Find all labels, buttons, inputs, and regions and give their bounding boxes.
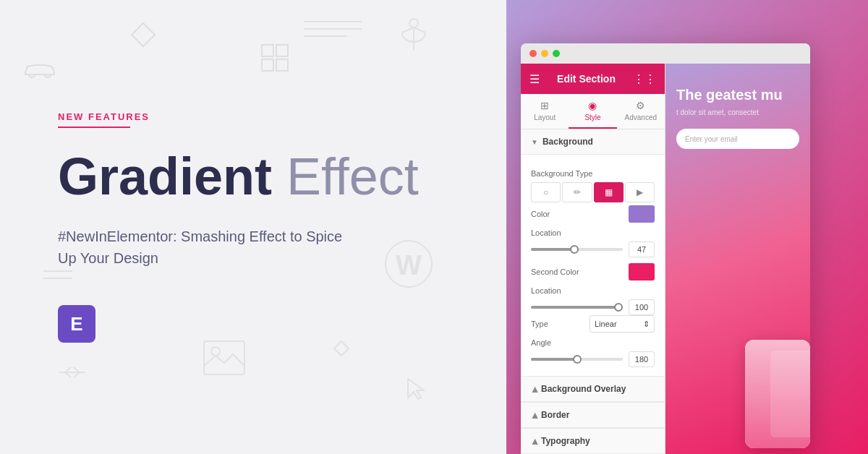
preview-subtext: t dolor sit amet, consectet xyxy=(665,108,810,118)
angle-slider-thumb[interactable] xyxy=(573,355,582,364)
type-value: Linear xyxy=(595,320,617,328)
bg-type-classic[interactable]: ✏ xyxy=(562,182,592,202)
border-section: ▶ Border xyxy=(521,402,665,428)
panel-header: ☰ Edit Section ⋮⋮ xyxy=(521,64,665,94)
layout-tab-icon: ⊞ xyxy=(540,100,549,111)
typography-label: Typography xyxy=(541,436,590,446)
second-location-value: 100 xyxy=(629,299,655,315)
typography-header[interactable]: ▶ Typography xyxy=(521,429,665,454)
svg-rect-1 xyxy=(262,45,273,56)
preview-heading: The geatest mu xyxy=(665,64,810,108)
color-swatch[interactable] xyxy=(629,205,655,223)
browser-window: ☰ Edit Section ⋮⋮ ⊞ Layout ◉ Style ⚙ xyxy=(521,43,810,454)
tab-style[interactable]: ◉ Style xyxy=(569,94,616,129)
elementor-logo: E xyxy=(58,305,95,343)
panel-tabs: ⊞ Layout ◉ Style ⚙ Advanced xyxy=(521,94,665,129)
color-row: Color xyxy=(531,205,655,223)
second-location-slider: 100 xyxy=(531,299,655,315)
title-bold: Gradient xyxy=(58,147,272,205)
phone-overlay xyxy=(770,351,810,437)
second-location-slider-fill xyxy=(531,306,623,309)
second-color-swatch[interactable] xyxy=(629,263,655,280)
browser-maximize-dot[interactable] xyxy=(553,50,560,57)
preview-email-input[interactable]: Enter your email xyxy=(676,129,799,149)
location-slider-track[interactable] xyxy=(531,248,623,251)
type-row: Type Linear ⇕ xyxy=(531,315,655,333)
svg-point-8 xyxy=(211,347,220,356)
new-features-label: NEW FEATURES xyxy=(58,111,448,128)
background-arrow-icon: ▼ xyxy=(531,138,538,146)
phone-screen xyxy=(745,340,810,448)
new-features-line xyxy=(58,127,130,128)
svg-rect-4 xyxy=(276,59,288,71)
second-color-label: Second Color xyxy=(531,267,579,276)
border-header[interactable]: ▶ Border xyxy=(521,403,665,428)
tab-layout[interactable]: ⊞ Layout xyxy=(521,94,569,129)
second-location-label: Location xyxy=(531,286,655,295)
bg-type-none[interactable]: ○ xyxy=(531,182,561,202)
preview-area: The geatest mu t dolor sit amet, consect… xyxy=(665,64,810,454)
bg-type-gradient[interactable]: ▦ xyxy=(594,182,624,202)
bg-overlay-label: Background Overlay xyxy=(541,384,626,394)
new-features-text: NEW FEATURES xyxy=(58,111,448,122)
left-panel: W NEW FEATURES Gradient Effect #NewInEle… xyxy=(0,0,506,454)
svg-point-5 xyxy=(386,241,432,287)
svg-marker-16 xyxy=(334,341,349,356)
bg-overlay-arrow-icon: ▶ xyxy=(530,386,538,392)
typography-section: ▶ Typography xyxy=(521,428,665,454)
bg-type-buttons: ○ ✏ ▦ ▶ xyxy=(531,182,655,202)
angle-slider: 180 xyxy=(531,351,655,367)
bg-type-label: Background Type xyxy=(531,169,655,178)
border-label: Border xyxy=(541,410,569,420)
tab-advanced[interactable]: ⚙ Advanced xyxy=(617,94,665,129)
background-section-label: Background xyxy=(542,137,593,147)
phone-mockup xyxy=(745,340,810,448)
background-section-content: Background Type ○ ✏ ▦ ▶ Color xyxy=(521,155,665,376)
svg-rect-7 xyxy=(204,341,244,374)
style-tab-icon: ◉ xyxy=(588,100,597,111)
angle-value: 180 xyxy=(629,351,655,367)
type-select[interactable]: Linear ⇕ xyxy=(590,315,655,333)
panel-title: Edit Section xyxy=(540,73,633,85)
location-value: 47 xyxy=(629,241,655,257)
subtitle: #NewInElementor: Smashing Effect to Spic… xyxy=(58,226,362,269)
location-label: Location xyxy=(531,228,655,237)
location-slider-fill xyxy=(531,248,574,251)
svg-marker-0 xyxy=(132,23,155,46)
hamburger-icon[interactable]: ☰ xyxy=(529,72,540,86)
browser-close-dot[interactable] xyxy=(529,50,537,57)
angle-label: Angle xyxy=(531,338,655,347)
main-title: Gradient Effect xyxy=(58,150,448,205)
location-slider: 47 xyxy=(531,241,655,257)
type-label: Type xyxy=(531,320,548,328)
svg-point-9 xyxy=(409,19,418,27)
grid-icon[interactable]: ⋮⋮ xyxy=(633,72,656,86)
location-slider-thumb[interactable] xyxy=(570,245,579,254)
bg-overlay-section: ▶ Background Overlay xyxy=(521,376,665,402)
second-location-slider-track[interactable] xyxy=(531,306,623,309)
bg-type-video[interactable]: ▶ xyxy=(625,182,655,202)
type-select-arrow: ⇕ xyxy=(643,320,650,329)
preview-email-placeholder: Enter your email xyxy=(685,135,738,143)
bg-overlay-header[interactable]: ▶ Background Overlay xyxy=(521,377,665,402)
svg-rect-3 xyxy=(262,59,273,71)
title-light: Effect xyxy=(286,147,419,205)
tab-style-label: Style xyxy=(584,113,600,121)
background-section-header[interactable]: ▼ Background xyxy=(521,129,665,155)
typography-arrow-icon: ▶ xyxy=(530,438,538,444)
angle-slider-track[interactable] xyxy=(531,358,623,361)
svg-text:W: W xyxy=(396,250,422,280)
tab-layout-label: Layout xyxy=(534,113,556,121)
color-label: Color xyxy=(531,210,550,218)
angle-slider-fill xyxy=(531,358,577,361)
border-arrow-icon: ▶ xyxy=(530,412,538,418)
right-panel: ☰ Edit Section ⋮⋮ ⊞ Layout ◉ Style ⚙ xyxy=(506,0,868,454)
panel-body: ▼ Background Background Type ○ ✏ ▦ ▶ xyxy=(521,129,665,454)
second-location-slider-thumb[interactable] xyxy=(614,303,623,312)
browser-minimize-dot[interactable] xyxy=(541,50,548,57)
edit-panel: ☰ Edit Section ⋮⋮ ⊞ Layout ◉ Style ⚙ xyxy=(521,64,665,454)
svg-rect-2 xyxy=(276,45,288,56)
tab-advanced-label: Advanced xyxy=(625,113,657,121)
advanced-tab-icon: ⚙ xyxy=(636,100,645,111)
second-color-row: Second Color xyxy=(531,263,655,280)
